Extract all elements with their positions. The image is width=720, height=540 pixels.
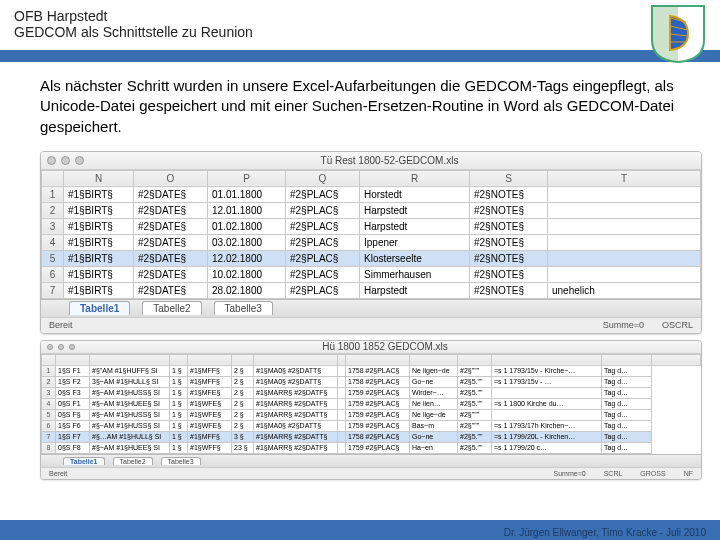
zoom-icon[interactable]	[75, 156, 84, 165]
cell[interactable]	[338, 409, 346, 420]
tab-2[interactable]: Tabelle2	[113, 457, 153, 465]
cell[interactable]: 1758 #2§PLAC§	[346, 431, 410, 442]
table-row[interactable]: 80§S F8#§~AM #1§HUEE§ SI1 §#1§WFF§23 §#1…	[42, 442, 701, 453]
tab-2[interactable]: Tabelle2	[142, 301, 201, 315]
row-header[interactable]: 7	[42, 282, 64, 298]
col-header[interactable]: Q	[286, 170, 360, 186]
cell[interactable]: 1758 #2§PLAC§	[346, 365, 410, 376]
cell[interactable]: #2§5.""	[458, 431, 492, 442]
cell[interactable]	[548, 218, 701, 234]
spreadsheet-grid[interactable]: NOPQRST1#1§BIRT§#2§DATE§01.01.1800#2§PLA…	[41, 170, 701, 299]
cell[interactable]	[338, 420, 346, 431]
cell[interactable]: Simmerhausen	[360, 266, 470, 282]
cell[interactable]: =s 1 1799/20L - Kirchen…	[492, 431, 602, 442]
cell[interactable]	[338, 376, 346, 387]
cell[interactable]: 1 §	[170, 442, 188, 453]
cell[interactable]: 1§S F1	[56, 365, 90, 376]
col-header[interactable]: O	[134, 170, 208, 186]
col-header[interactable]	[90, 354, 170, 365]
cell[interactable]: 01.01.1800	[208, 186, 286, 202]
row-header[interactable]: 4	[42, 234, 64, 250]
cell[interactable]: Klosterseelte	[360, 250, 470, 266]
cell[interactable]: #2§PLAC§	[286, 202, 360, 218]
table-row[interactable]: 3#1§BIRT§#2§DATE§01.02.1800#2§PLAC§Harps…	[42, 218, 701, 234]
cell[interactable]: 10.02.1800	[208, 266, 286, 282]
cell[interactable]: #1§MARR§ #2§DATT§	[254, 431, 338, 442]
cell[interactable]: #§~AM #1§HUEE§ SI	[90, 442, 170, 453]
table-row[interactable]: 61§S F6#§~AM #1§HUSS§ SI1 §#1§WFE§2 §#1§…	[42, 420, 701, 431]
cell[interactable]: =s 1 1793/17h Kirchen~…	[492, 420, 602, 431]
cell[interactable]: 0§S F§	[56, 409, 90, 420]
cell[interactable]: #1§BIRT§	[64, 234, 134, 250]
cell[interactable]	[338, 365, 346, 376]
cell[interactable]: #1§BIRT§	[64, 282, 134, 298]
cell[interactable]: #2§DATE§	[134, 202, 208, 218]
close-icon[interactable]	[47, 156, 56, 165]
cell[interactable]: #2§PLAC§	[286, 282, 360, 298]
cell[interactable]: #1§MFE§	[188, 387, 232, 398]
cell[interactable]: #1§BIRT§	[64, 218, 134, 234]
col-header[interactable]	[492, 354, 602, 365]
cell[interactable]: #2§5.""	[458, 376, 492, 387]
cell[interactable]: #1§BIRT§	[64, 250, 134, 266]
cell[interactable]: 1759 #2§PLAC§	[346, 420, 410, 431]
cell[interactable]: Ne lige~de	[410, 409, 458, 420]
col-header[interactable]: R	[360, 170, 470, 186]
cell[interactable]: #1§WFE§	[188, 398, 232, 409]
col-header[interactable]	[42, 170, 64, 186]
cell[interactable]: #1§BIRT§	[64, 186, 134, 202]
cell[interactable]: #§~AM #1§HUSS§ SI	[90, 409, 170, 420]
cell[interactable]: Harpstedt	[360, 202, 470, 218]
cell[interactable]: #1§MFF§	[188, 376, 232, 387]
cell[interactable]: 2 §	[232, 387, 254, 398]
cell[interactable]: #1§BIRT§	[64, 266, 134, 282]
cell[interactable]: Horstedt	[360, 186, 470, 202]
table-row[interactable]: 50§S F§#§~AM #1§HUSS§ SI1 §#1§WFE§2 §#1§…	[42, 409, 701, 420]
cell[interactable]: 23 §	[232, 442, 254, 453]
cell[interactable]: 1 §	[170, 387, 188, 398]
cell[interactable]: #1§BIRT§	[64, 202, 134, 218]
cell[interactable]: Tag d…	[602, 431, 652, 442]
col-header[interactable]	[602, 354, 652, 365]
cell[interactable]: 0§S F1	[56, 398, 90, 409]
cell[interactable]: 3 §	[232, 431, 254, 442]
table-row[interactable]: 30§S F3#§~AM #1§HUSS§ SI1 §#1§MFE§2 §#1§…	[42, 387, 701, 398]
minimize-icon[interactable]	[61, 156, 70, 165]
cell[interactable]: Ippener	[360, 234, 470, 250]
table-row[interactable]: 40§S F1#§~AM #1§HUEE§ SI1 §#1§WFE§2 §#1§…	[42, 398, 701, 409]
cell[interactable]: Tag d…	[602, 420, 652, 431]
cell[interactable]	[338, 431, 346, 442]
col-header[interactable]	[232, 354, 254, 365]
cell[interactable]: 2 §	[232, 409, 254, 420]
row-header[interactable]: 6	[42, 420, 56, 431]
col-header[interactable]: S	[470, 170, 548, 186]
cell[interactable]	[548, 266, 701, 282]
col-header[interactable]	[338, 354, 346, 365]
cell[interactable]: Wirder~…	[410, 387, 458, 398]
cell[interactable]: #2§DATE§	[134, 282, 208, 298]
cell[interactable]: 1759 #2§PLAC§	[346, 387, 410, 398]
cell[interactable]: Tag d…	[602, 365, 652, 376]
cell[interactable]: 1 §	[170, 420, 188, 431]
cell[interactable]: 03.02.1800	[208, 234, 286, 250]
cell[interactable]: #1§MA0§ #2§DATT§	[254, 420, 338, 431]
cell[interactable]: #2§NOTE§	[470, 202, 548, 218]
cell[interactable]: 1759 #2§PLAC§	[346, 442, 410, 453]
table-row[interactable]: 71§S F7#§…AM #1§HULL§ SI1 §#1§MFF§3 §#1§…	[42, 431, 701, 442]
cell[interactable]: #2§DATE§	[134, 266, 208, 282]
cell[interactable]: 1759 #2§PLAC§	[346, 398, 410, 409]
minimize-icon[interactable]	[58, 344, 64, 350]
row-header[interactable]: 4	[42, 398, 56, 409]
row-header[interactable]: 1	[42, 365, 56, 376]
col-header[interactable]: N	[64, 170, 134, 186]
cell[interactable]: #1§WFF§	[188, 442, 232, 453]
cell[interactable]: 2 §	[232, 376, 254, 387]
cell[interactable]	[548, 202, 701, 218]
table-row[interactable]: 6#1§BIRT§#2§DATE§10.02.1800#2§PLAC§Simme…	[42, 266, 701, 282]
row-header[interactable]: 5	[42, 409, 56, 420]
cell[interactable]: Tag d…	[602, 398, 652, 409]
cell[interactable]: #§…AM #1§HULL§ SI	[90, 431, 170, 442]
cell[interactable]: Tag d…	[602, 442, 652, 453]
col-header[interactable]	[254, 354, 338, 365]
cell[interactable]: #2§DATE§	[134, 234, 208, 250]
